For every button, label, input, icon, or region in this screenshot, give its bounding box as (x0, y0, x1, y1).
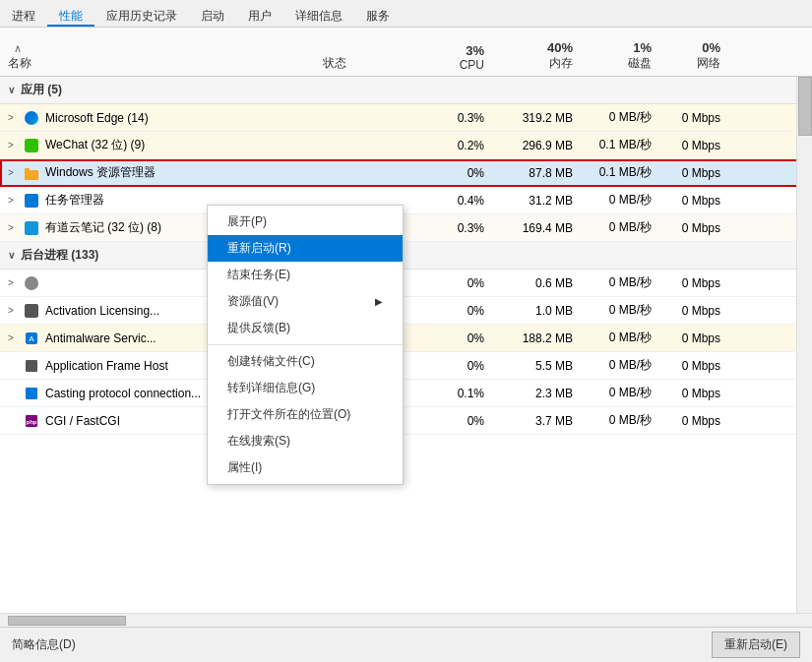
process-icon (24, 138, 39, 153)
ctx-restart[interactable]: 重新启动(R) (208, 235, 403, 262)
proc-name: WeChat (32 位) (9) (45, 137, 145, 153)
proc-cpu: 0% (413, 331, 492, 345)
proc-mem: 31.2 MB (492, 194, 581, 208)
table-row[interactable]: > Windows 资源管理器 0% 87.8 MB 0.1 MB/秒 0 Mb… (0, 159, 812, 187)
disk-label: 磁盘 (589, 55, 652, 72)
scrollbar-track[interactable] (796, 77, 812, 613)
cpu-pct: 3% (421, 43, 484, 58)
status-label: 简略信息(D) (12, 637, 76, 651)
proc-cpu: 0% (413, 276, 492, 290)
expand-icon: > (8, 167, 24, 178)
table-row[interactable]: > 0% 0.6 MB 0 MB/秒 0 Mbps (0, 270, 812, 297)
proc-mem: 169.4 MB (492, 221, 581, 235)
restart-button[interactable]: 重新启动(E) (712, 632, 800, 658)
bg-group-label: 后台进程 (133) (21, 247, 98, 264)
process-icon (24, 193, 39, 209)
expand-icon: > (8, 222, 24, 233)
table-body: ∨ 应用 (5) > Microsoft Edge (14) 0.3% 319.… (0, 77, 812, 613)
ctx-properties[interactable]: 属性(I) (208, 454, 403, 481)
tab-services[interactable]: 服务 (354, 4, 402, 27)
group-header-background[interactable]: ∨ 后台进程 (133) (0, 242, 812, 270)
proc-mem: 1.0 MB (492, 304, 581, 318)
expand-icon: > (8, 195, 24, 206)
tab-users[interactable]: 用户 (236, 4, 283, 27)
expand-icon: > (8, 305, 24, 316)
process-icon (24, 358, 39, 374)
proc-net: 0 Mbps (659, 387, 728, 400)
proc-net: 0 Mbps (659, 221, 728, 235)
hscroll-thumb[interactable] (8, 616, 126, 626)
svg-rect-1 (25, 168, 30, 172)
scrollbar-thumb[interactable] (798, 77, 812, 136)
proc-mem: 296.9 MB (492, 139, 581, 152)
ctx-goto-details[interactable]: 转到详细信息(G) (208, 375, 403, 401)
proc-cpu: 0.1% (413, 387, 492, 400)
proc-name-cell: > Windows 资源管理器 (0, 164, 315, 181)
ctx-end-task[interactable]: 结束任务(E) (208, 262, 403, 288)
svg-rect-5 (26, 388, 37, 399)
proc-disk: 0 MB/秒 (581, 412, 659, 429)
proc-mem: 2.3 MB (492, 387, 581, 400)
mem-label: 内存 (500, 55, 573, 72)
tab-startup[interactable]: 启动 (189, 4, 236, 27)
tab-performance[interactable]: 性能 (47, 4, 94, 27)
group-header-apps[interactable]: ∨ 应用 (5) (0, 77, 812, 104)
col-status-label: 状态 (323, 56, 346, 70)
col-header-name: ∧ 名称 (0, 42, 315, 72)
ctx-expand[interactable]: 展开(P) (208, 209, 403, 235)
table-row[interactable]: > Activation Licensing... 0% 1.0 MB 0 MB… (0, 297, 812, 325)
ctx-online-search[interactable]: 在线搜索(S) (208, 428, 403, 454)
table-row[interactable]: > WeChat (32 位) (9) 0.2% 296.9 MB 0.1 MB… (0, 132, 812, 159)
proc-mem: 5.5 MB (492, 359, 581, 373)
process-icon: php (24, 413, 39, 429)
column-headers: ∧ 名称 状态 3% CPU 40% 内存 1% 磁盘 0% 网络 (0, 28, 812, 77)
expand-icon: > (8, 112, 24, 123)
net-pct: 0% (667, 40, 720, 55)
proc-name: 有道云笔记 (32 位) (8) (45, 219, 161, 236)
proc-cpu: 0.4% (413, 194, 492, 208)
proc-cpu: 0% (413, 359, 492, 373)
mem-pct: 40% (500, 40, 573, 55)
process-icon (24, 275, 39, 291)
table-row[interactable]: > A Antimalware Servic... 0% 188.2 MB 0 … (0, 325, 812, 352)
table-row[interactable]: > 有道云笔记 (32 位) (8) 0.3% 169.4 MB 0 MB/秒 … (0, 214, 812, 242)
proc-net: 0 Mbps (659, 304, 728, 318)
table-row[interactable]: > php CGI / FastCGI 0% 3.7 MB 0 MB/秒 0 M… (0, 407, 812, 435)
proc-mem: 87.8 MB (492, 166, 581, 180)
ctx-create-dump[interactable]: 创建转储文件(C) (208, 348, 403, 375)
ctx-resource-value[interactable]: 资源值(V) ▶ (208, 288, 403, 315)
col-header-net: 0% 网络 (659, 40, 728, 72)
tab-bar: 进程 性能 应用历史记录 启动 用户 详细信息 服务 (0, 0, 812, 28)
col-name-label: 名称 (8, 56, 31, 70)
process-icon: A (24, 331, 39, 346)
ctx-feedback[interactable]: 提供反馈(B) (208, 315, 403, 341)
proc-net: 0 Mbps (659, 331, 728, 345)
ctx-open-location[interactable]: 打开文件所在的位置(O) (208, 401, 403, 428)
proc-name: 任务管理器 (45, 192, 104, 209)
proc-net: 0 Mbps (659, 139, 728, 152)
table-row[interactable]: > Microsoft Edge (14) 0.3% 319.2 MB 0 MB… (0, 104, 812, 132)
tab-details[interactable]: 详细信息 (283, 4, 354, 27)
tab-app-history[interactable]: 应用历史记录 (94, 4, 189, 27)
proc-name: Antimalware Servic... (45, 331, 156, 345)
table-row[interactable]: > Application Frame Host 0% 5.5 MB 0 MB/… (0, 352, 812, 380)
disk-pct: 1% (589, 40, 652, 55)
table-row[interactable]: > 任务管理器 0.4% 31.2 MB 0 MB/秒 0 Mbps (0, 187, 812, 214)
proc-name: Microsoft Edge (14) (45, 111, 149, 125)
proc-cpu: 0% (413, 166, 492, 180)
horizontal-scrollbar[interactable] (0, 613, 812, 627)
proc-name: CGI / FastCGI (45, 414, 120, 428)
proc-disk: 0.1 MB/秒 (581, 164, 659, 181)
cpu-label: CPU (421, 58, 484, 72)
table-row[interactable]: > Casting protocol connection... 0.1% 2.… (0, 380, 812, 407)
svg-text:php: php (27, 419, 37, 425)
proc-name: Casting protocol connection... (45, 387, 201, 400)
col-header-cpu: 3% CPU (413, 43, 492, 72)
svg-text:A: A (29, 334, 34, 343)
status-bar: 简略信息(D) 重新启动(E) (0, 627, 812, 662)
proc-mem: 0.6 MB (492, 276, 581, 290)
tab-processes[interactable]: 进程 (0, 4, 47, 27)
col-header-disk: 1% 磁盘 (581, 40, 659, 72)
proc-net: 0 Mbps (659, 276, 728, 290)
status-left[interactable]: 简略信息(D) (12, 636, 76, 653)
